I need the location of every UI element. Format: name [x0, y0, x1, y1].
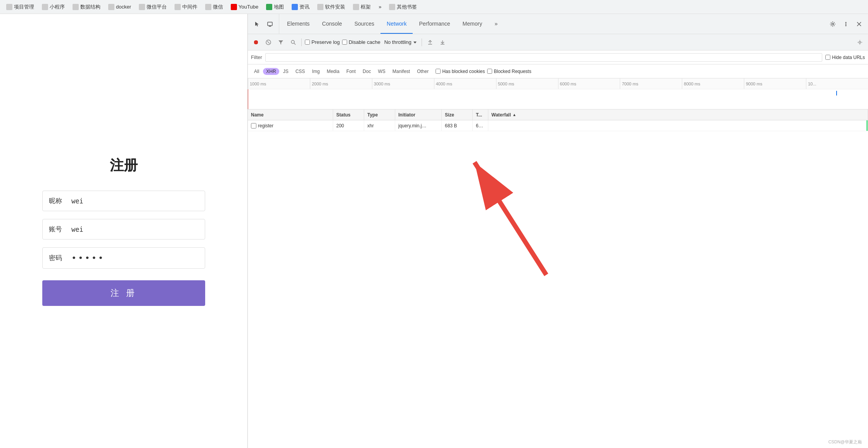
th-size[interactable]: Size	[442, 109, 473, 120]
more-options-icon	[843, 21, 849, 27]
password-label: 密码	[49, 254, 68, 262]
bookmark-framework[interactable]: 框架	[350, 3, 374, 11]
bookmark-more[interactable]: »	[375, 3, 384, 10]
bookmark-maps[interactable]: 地图	[263, 3, 287, 11]
svg-line-13	[294, 43, 296, 45]
bookmark-youtube[interactable]: YouTube	[228, 3, 261, 11]
record-button[interactable]: ⏺	[251, 37, 261, 47]
throttle-selector[interactable]: No throttling	[383, 38, 418, 46]
bookmark-icon	[389, 4, 395, 10]
type-filter-manifest[interactable]: Manifest	[389, 68, 413, 75]
svg-point-4	[846, 22, 847, 23]
th-status[interactable]: Status	[333, 109, 364, 120]
th-initiator[interactable]: Initiator	[395, 109, 442, 120]
has-blocked-cookies-text: Has blocked cookies	[442, 69, 485, 74]
bookmark-label: docker	[116, 4, 131, 10]
row-checkbox[interactable]	[251, 123, 256, 128]
more-options-button[interactable]	[840, 18, 852, 30]
has-blocked-cookies-checkbox[interactable]	[436, 69, 441, 74]
th-waterfall[interactable]: Waterfall ▲	[488, 109, 868, 120]
type-filter-ws[interactable]: WS	[375, 68, 388, 75]
tab-console[interactable]: Console	[316, 14, 348, 34]
waterfall-bar	[866, 120, 868, 131]
type-filter-font[interactable]: Font	[343, 68, 359, 75]
bookmark-docker[interactable]: docker	[105, 3, 134, 11]
cursor-tool-button[interactable]	[251, 18, 263, 30]
svg-line-10	[267, 41, 270, 43]
table-row[interactable]: register 200 xhr jquery.min.j… 683 B 6…	[248, 120, 868, 131]
type-filter-js[interactable]: JS	[280, 68, 292, 75]
settings-button[interactable]	[827, 18, 839, 30]
bookmark-wechat[interactable]: 微信	[202, 3, 226, 11]
bookmark-miniapp[interactable]: 小程序	[39, 3, 68, 11]
bookmark-label: 微信	[213, 3, 223, 10]
bookmark-icon	[205, 4, 211, 10]
td-waterfall	[488, 120, 868, 131]
tick-6000: 6000 ms	[558, 78, 620, 89]
blocked-requests-checkbox[interactable]	[487, 69, 492, 74]
settings-icon	[830, 21, 836, 27]
bookmark-middleware[interactable]: 中间件	[171, 3, 201, 11]
bookmark-software[interactable]: 软件安装	[314, 3, 348, 11]
search-button[interactable]	[288, 37, 298, 47]
bookmark-label: 数据结构	[80, 3, 100, 10]
hide-data-urls-checkbox[interactable]	[825, 55, 830, 60]
type-filter-media[interactable]: Media	[323, 68, 342, 75]
type-filter-css[interactable]: CSS	[292, 68, 308, 75]
blocked-requests-label[interactable]: Blocked Requests	[487, 69, 531, 74]
bookmark-icon	[108, 4, 114, 10]
password-field[interactable]: 密码 •••••	[42, 247, 205, 269]
preserve-log-checkbox-label[interactable]: Preserve log	[305, 39, 340, 45]
th-type[interactable]: Type	[364, 109, 395, 120]
close-devtools-button[interactable]	[853, 18, 865, 30]
type-filter-all[interactable]: All	[251, 68, 262, 75]
tab-more[interactable]: »	[488, 14, 504, 34]
bookmark-news[interactable]: 资讯	[289, 3, 313, 11]
tab-sources[interactable]: Sources	[348, 14, 380, 34]
th-time[interactable]: T...	[473, 109, 488, 120]
bookmark-projects[interactable]: 项目管理	[3, 3, 37, 11]
has-blocked-cookies-label[interactable]: Has blocked cookies	[436, 69, 485, 74]
type-filter-xhr[interactable]: XHR	[263, 68, 279, 75]
disable-cache-checkbox-label[interactable]: Disable cache	[342, 39, 380, 45]
filter-bar: Filter Hide data URLs	[248, 50, 868, 64]
tab-memory[interactable]: Memory	[456, 14, 489, 34]
row-type: xhr	[367, 123, 374, 128]
nickname-field[interactable]: 昵称 wei	[42, 191, 205, 211]
tab-network[interactable]: Network	[380, 14, 413, 34]
type-filter-other[interactable]: Other	[414, 68, 432, 75]
svg-point-3	[832, 23, 834, 25]
bookmark-label: 中间件	[182, 3, 197, 10]
svg-point-5	[846, 23, 847, 24]
stop-recording-button[interactable]	[263, 37, 273, 47]
tab-network-label: Network	[387, 21, 406, 27]
devtools-tabs-bar: Elements Console Sources Network Perform…	[248, 14, 868, 34]
export-button[interactable]	[437, 37, 448, 47]
bookmark-other[interactable]: 其他书签	[386, 3, 420, 11]
bookmark-datastructure[interactable]: 数据结构	[69, 3, 104, 11]
import-button[interactable]	[425, 37, 435, 47]
register-button[interactable]: 注 册	[42, 280, 205, 306]
watermark: CSDN@华夏之巅	[828, 439, 862, 445]
preserve-log-checkbox[interactable]	[305, 40, 310, 45]
filter-button[interactable]	[276, 37, 286, 47]
hide-data-urls-label[interactable]: Hide data URLs	[825, 55, 865, 60]
network-settings-button[interactable]	[855, 37, 865, 47]
devtools-tab-right	[827, 14, 865, 34]
type-filter-doc[interactable]: Doc	[360, 68, 374, 75]
account-value: wei	[71, 226, 83, 233]
device-toolbar-button[interactable]	[264, 18, 276, 30]
chevron-down-icon	[413, 40, 417, 44]
form-title: 注册	[110, 156, 138, 175]
type-filter-img[interactable]: Img	[309, 68, 323, 75]
bookmark-wechat-platform[interactable]: 微信平台	[136, 3, 170, 11]
toolbar-separator-2	[422, 38, 422, 46]
bookmarks-bar: 项目管理 小程序 数据结构 docker 微信平台 中间件 微信 YouTube…	[0, 0, 868, 14]
filter-input[interactable]	[265, 53, 822, 62]
tab-performance[interactable]: Performance	[413, 14, 456, 34]
tab-performance-label: Performance	[419, 21, 450, 27]
account-field[interactable]: 账号 wei	[42, 219, 205, 240]
tab-elements[interactable]: Elements	[281, 14, 316, 34]
disable-cache-checkbox[interactable]	[342, 40, 347, 45]
row-name: register	[258, 123, 273, 128]
